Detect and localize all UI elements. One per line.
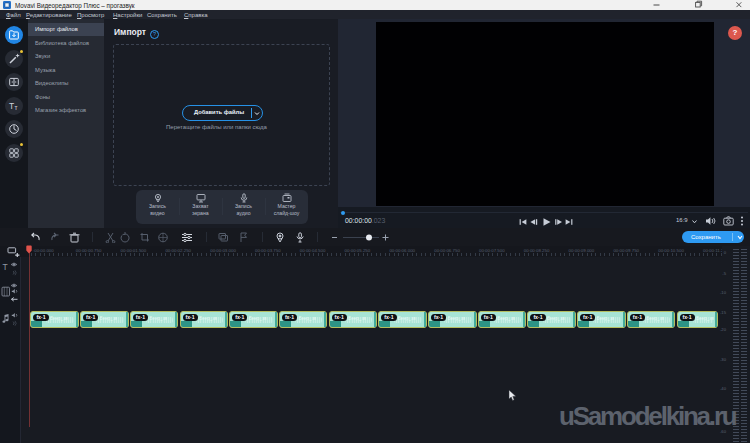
svg-text:T: T (3, 262, 8, 272)
svg-text:T: T (9, 101, 14, 111)
svg-text:т: т (15, 103, 18, 110)
